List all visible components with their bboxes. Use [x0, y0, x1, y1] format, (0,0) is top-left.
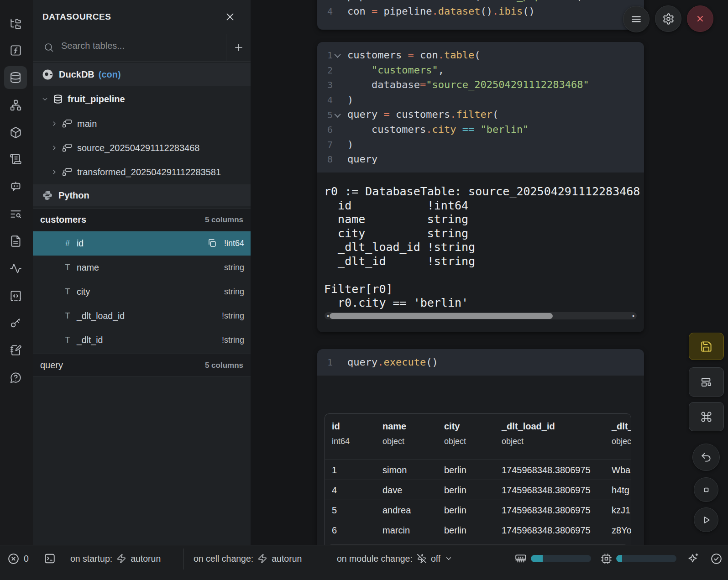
- table-cell: z8Yo: [612, 525, 631, 536]
- code-line[interactable]: 6 customers.city == "berlin": [321, 122, 644, 137]
- fold-chevron-icon[interactable]: [333, 53, 344, 57]
- search-input[interactable]: [60, 40, 222, 52]
- table-header[interactable]: city: [444, 421, 460, 432]
- column-name: _dlt_id: [77, 335, 103, 345]
- stop-button[interactable]: [694, 477, 718, 502]
- code-square-icon[interactable]: [4, 284, 27, 307]
- cell-output: r0 := DatabaseTable: source_202504291112…: [317, 172, 644, 332]
- code-line[interactable]: 3pipeline = dlt.attach("fruit_pipeline"): [321, 0, 644, 4]
- code-text: customers.city == "berlin": [347, 122, 529, 137]
- table-header[interactable]: _dlt_id: [612, 421, 631, 432]
- notebook-pen-icon[interactable]: [4, 339, 27, 361]
- notebook-menu-button[interactable]: [623, 6, 649, 32]
- copy-icon[interactable]: [207, 238, 217, 248]
- command-palette-button[interactable]: [689, 402, 724, 431]
- line-number: 2: [321, 65, 333, 76]
- table-row[interactable]: 4daveberlin1745968348.3806975h4tg: [325, 480, 631, 500]
- code-line[interactable]: 5query = customers.filter(: [321, 107, 644, 122]
- on-module-change-value: off: [431, 554, 440, 564]
- close-panel-icon[interactable]: [224, 11, 236, 23]
- database-icon[interactable]: [4, 66, 27, 89]
- code-line[interactable]: 1customers = con.table(: [321, 48, 644, 63]
- table-header-dtype: object: [382, 437, 404, 446]
- add-datasource-button[interactable]: [226, 34, 251, 61]
- document-icon[interactable]: [4, 230, 27, 252]
- code-text: "customers",: [347, 63, 444, 78]
- engine-row-duckdb[interactable]: DuckDB (con): [33, 63, 251, 86]
- ai-sparkles-button[interactable]: [687, 553, 699, 564]
- table-row-query[interactable]: query 5 columns: [33, 354, 251, 377]
- code-line[interactable]: 2 "customers",: [321, 63, 644, 78]
- table-row-customers[interactable]: customers 5 columns: [33, 208, 251, 231]
- column-row-dlt-load-id[interactable]: T _dlt_load_id !string: [33, 304, 251, 328]
- scroll-right-arrow[interactable]: ▸: [633, 312, 635, 319]
- column-row-name[interactable]: T name string: [33, 256, 251, 280]
- scroll-left-arrow[interactable]: ◂: [326, 312, 329, 319]
- activity-icon[interactable]: [4, 257, 27, 280]
- code-cell-query[interactable]: 1customers = con.table(2 "customers",3 d…: [317, 42, 644, 332]
- column-row-id[interactable]: # id !int64: [33, 231, 251, 256]
- code-text: pipeline = dlt.attach("fruit_pipeline"): [347, 0, 583, 4]
- chevron-right-icon[interactable]: [51, 168, 58, 176]
- layout-toggle-button[interactable]: [689, 367, 724, 397]
- horizontal-scrollbar[interactable]: ◂ ▸: [325, 312, 637, 319]
- terminal-button[interactable]: [44, 553, 56, 564]
- schema-icon: [62, 143, 73, 153]
- tree-item-schema-main[interactable]: main: [33, 112, 251, 135]
- line-number: 4: [321, 94, 333, 105]
- key-icon[interactable]: [4, 311, 27, 334]
- chevron-right-icon[interactable]: [51, 120, 58, 127]
- undo-button[interactable]: [692, 444, 720, 471]
- error-indicator[interactable]: 0: [7, 553, 29, 564]
- schema-icon: [62, 119, 73, 129]
- column-row-dlt-id[interactable]: T _dlt_id !string: [33, 328, 251, 352]
- code-line[interactable]: 4con = pipeline.dataset().ibis(): [321, 4, 644, 19]
- table-row[interactable]: 5andreaberlin1745968348.3806975kzJ1: [325, 500, 631, 520]
- code-cell-execute[interactable]: 1query.execute() ◂ ▸ idint64nameobjectci…: [317, 349, 644, 545]
- fold-chevron-icon[interactable]: [333, 113, 344, 117]
- chevron-down-icon[interactable]: [41, 95, 49, 103]
- column-name: id: [77, 238, 84, 249]
- code-line[interactable]: 8query: [321, 152, 644, 167]
- network-icon[interactable]: [4, 94, 27, 116]
- save-button[interactable]: [689, 333, 724, 360]
- line-number: 1: [321, 357, 333, 368]
- code-line[interactable]: 1query.execute(): [321, 355, 644, 370]
- on-cell-change-setting[interactable]: on cell change: autorun: [194, 553, 302, 564]
- line-number: 8: [321, 154, 333, 165]
- cell-output: ◂ ▸ idint64nameobjectcityobject_dlt_load…: [317, 376, 644, 545]
- function-square-icon[interactable]: [4, 39, 27, 62]
- column-type: !string: [222, 335, 244, 345]
- code-line[interactable]: 3 database="source_202504291112283468": [321, 78, 644, 93]
- file-tree-icon[interactable]: [4, 12, 27, 35]
- help-circle-icon[interactable]: [4, 366, 27, 389]
- table-row[interactable]: 1simonberlin1745968348.3806975Wba: [325, 460, 631, 480]
- connection-status-icon[interactable]: [710, 553, 723, 564]
- run-button[interactable]: [694, 507, 718, 532]
- code-line[interactable]: 7): [321, 137, 644, 152]
- python-section-label: Python: [58, 190, 89, 201]
- column-row-city[interactable]: T city string: [33, 280, 251, 304]
- result-table: ◂ ▸ idint64nameobjectcityobject_dlt_load…: [325, 413, 631, 545]
- bot-chat-icon[interactable]: [4, 175, 27, 198]
- tree-item-schema-source[interactable]: source_202504291112283468: [33, 136, 251, 159]
- table-row[interactable]: 6marcinberlin1745968348.3806975z8Yo: [325, 520, 631, 540]
- code-cell-setup[interactable]: 3pipeline = dlt.attach("fruit_pipeline")…: [317, 0, 644, 30]
- chevron-right-icon[interactable]: [51, 144, 58, 152]
- scroll-text-icon[interactable]: [4, 147, 27, 170]
- table-header[interactable]: name: [382, 421, 406, 432]
- tree-item-schema-transformed[interactable]: transformed_202504291112283581: [33, 161, 251, 183]
- section-python[interactable]: Python: [33, 184, 251, 206]
- list-search-icon[interactable]: [4, 202, 27, 225]
- tree-item-database[interactable]: fruit_pipeline: [33, 88, 251, 110]
- shutdown-button[interactable]: [687, 5, 713, 32]
- settings-gear-button[interactable]: [655, 5, 681, 32]
- code-line[interactable]: 4): [321, 93, 644, 108]
- on-startup-setting[interactable]: on startup: autorun: [70, 553, 161, 564]
- table-header[interactable]: _dlt_load_id: [502, 421, 555, 432]
- scrollbar-thumb[interactable]: [330, 313, 553, 319]
- on-module-change-setting[interactable]: on module change: off: [337, 553, 453, 564]
- table-cell: 4: [332, 485, 337, 496]
- package-icon[interactable]: [4, 121, 27, 144]
- table-header[interactable]: id: [332, 421, 340, 432]
